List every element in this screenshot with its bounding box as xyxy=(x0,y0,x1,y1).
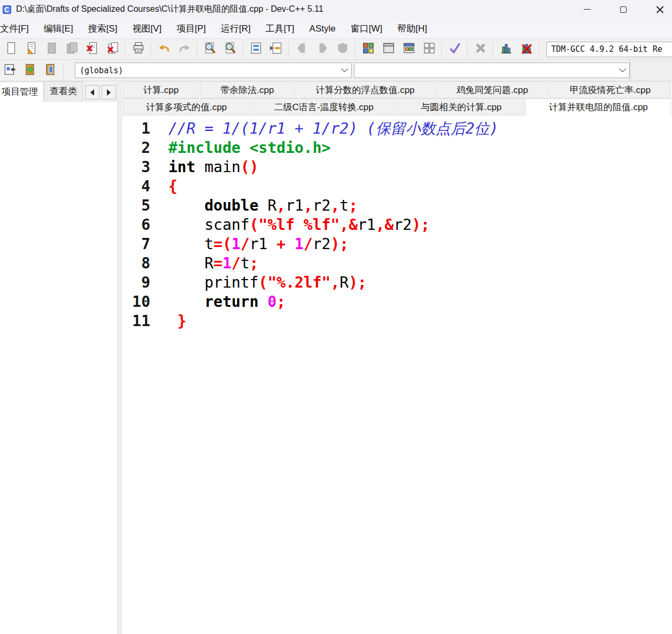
editor-tab-计算分数的浮点数值.cpp[interactable]: 计算分数的浮点数值.cpp xyxy=(295,81,435,98)
project-manager-panel[interactable] xyxy=(0,102,117,634)
abort-icon xyxy=(474,41,488,57)
add-to-project-button[interactable] xyxy=(20,62,41,79)
rebuild-button[interactable] xyxy=(419,41,439,58)
menu-item-5[interactable]: 运行[R] xyxy=(213,19,258,38)
menu-item-2[interactable]: 搜索[S] xyxy=(81,19,125,38)
find-icon xyxy=(203,41,217,57)
toolbar-separator xyxy=(289,42,290,57)
right-arrow-icon xyxy=(107,89,111,96)
compile-run-button[interactable] xyxy=(399,41,419,58)
chevron-down-icon xyxy=(341,65,348,72)
forward-icon xyxy=(315,41,329,57)
line-text: int main() xyxy=(168,158,259,177)
maximize-button[interactable] xyxy=(611,0,636,19)
editor-tab-鸡兔同笼问题.cpp[interactable]: 鸡兔同笼问题.cpp xyxy=(436,81,549,98)
new-file-button[interactable] xyxy=(1,41,21,58)
left-panel-tab-1[interactable]: 查看类 xyxy=(44,81,83,101)
line-text: //R = 1/(1/r1 + 1/r2) (保留小数点后2位) xyxy=(168,119,498,138)
title-bar: D:\桌面\Drafts of Specialized Courses\C\计算… xyxy=(0,0,672,19)
open-file-button[interactable] xyxy=(21,41,42,58)
line-number: 4 xyxy=(122,177,150,196)
code-line-7: 7 t=(1/r1 + 1/r2); xyxy=(122,235,672,254)
profile-button[interactable] xyxy=(496,41,516,58)
delete-profile-button[interactable] xyxy=(516,41,537,58)
line-text: { xyxy=(168,177,177,196)
forward-button[interactable] xyxy=(312,41,333,58)
new-source-button[interactable] xyxy=(0,62,20,79)
member-select[interactable] xyxy=(354,63,630,78)
close-all-button[interactable] xyxy=(103,41,123,58)
globals-select[interactable]: (globals) xyxy=(75,63,352,78)
menu-item-6[interactable]: 工具[T] xyxy=(258,19,302,38)
line-text: } xyxy=(168,312,187,331)
delete-profile-icon xyxy=(520,41,534,57)
add-to-project-icon xyxy=(24,63,37,79)
close-file-button[interactable] xyxy=(82,41,103,58)
toolbar-separator xyxy=(539,42,540,57)
bookmark-button[interactable] xyxy=(266,41,287,58)
stop-button[interactable] xyxy=(333,41,353,58)
toolbar-separator xyxy=(125,42,126,57)
replace-button[interactable] xyxy=(220,41,241,58)
line-text: R=1/t; xyxy=(168,254,259,273)
rebuild-icon xyxy=(422,41,436,57)
syntax-check-icon xyxy=(448,41,462,57)
menu-item-4[interactable]: 项目[P] xyxy=(169,19,213,38)
replace-icon xyxy=(223,41,237,57)
menu-item-9[interactable]: 帮助[H] xyxy=(390,19,435,38)
toolbar-separator xyxy=(355,42,356,57)
line-number: 10 xyxy=(122,292,150,312)
compiler-select[interactable]: TDM-GCC 4.9.2 64-bit Re xyxy=(546,42,672,57)
compile-button[interactable] xyxy=(358,41,379,58)
menu-item-3[interactable]: 视图[V] xyxy=(125,19,169,38)
syntax-check-button[interactable] xyxy=(445,41,465,58)
save-button[interactable] xyxy=(42,41,62,58)
editor-area: 计算.cpp带余除法.cpp计算分数的浮点数值.cpp鸡兔同笼问题.cpp甲流疫… xyxy=(122,81,672,634)
editor-tab-带余除法.cpp[interactable]: 带余除法.cpp xyxy=(200,81,294,98)
find-button[interactable] xyxy=(200,41,220,58)
toolbar-separator xyxy=(243,42,244,57)
left-panel-tab-0[interactable]: 项目管理 xyxy=(0,82,44,102)
bookmark-icon xyxy=(269,41,283,57)
menu-item-8[interactable]: 窗口[W] xyxy=(343,19,390,38)
minimize-button[interactable] xyxy=(575,0,599,19)
back-button[interactable] xyxy=(292,41,312,58)
run-button[interactable] xyxy=(379,41,399,58)
editor-tab-计算多项式的值.cpp[interactable]: 计算多项式的值.cpp xyxy=(123,98,250,115)
tab-scroll-right-button[interactable] xyxy=(102,85,116,99)
stop-icon xyxy=(336,41,350,57)
editor-tab-计算.cpp[interactable]: 计算.cpp xyxy=(123,81,199,98)
code-editor[interactable]: 1//R = 1/(1/r1 + 1/r2) (保留小数点后2位)2#inclu… xyxy=(122,115,672,634)
editor-tab-二级C语言-温度转换.cpp[interactable]: 二级C语言-温度转换.cpp xyxy=(251,98,397,115)
close-button[interactable] xyxy=(647,0,672,19)
toolbar-separator xyxy=(197,42,198,57)
new-source-icon xyxy=(3,63,17,79)
editor-tab-与圆相关的计算.cpp[interactable]: 与圆相关的计算.cpp xyxy=(398,98,525,115)
run-icon xyxy=(382,41,396,57)
print-button[interactable] xyxy=(128,41,149,58)
goto-line-button[interactable] xyxy=(246,41,266,58)
tab-scroll-left-button[interactable] xyxy=(85,85,99,99)
abort-button[interactable] xyxy=(470,41,491,58)
menu-item-0[interactable]: 文件[F] xyxy=(0,19,36,38)
close-icon xyxy=(656,6,663,13)
redo-icon xyxy=(177,41,191,57)
left-panel-tabs: 项目管理查看类 xyxy=(0,81,117,102)
back-icon xyxy=(295,41,309,57)
undo-button[interactable] xyxy=(154,41,174,58)
redo-button[interactable] xyxy=(174,41,195,58)
code-line-5: 5 double R,r1,r2,t; xyxy=(122,196,672,215)
editor-tab-甲流疫情死亡率.cpp[interactable]: 甲流疫情死亡率.cpp xyxy=(550,81,671,98)
menu-item-7[interactable]: AStyle xyxy=(302,20,343,37)
panel-splitter[interactable] xyxy=(117,81,122,634)
line-number: 7 xyxy=(122,235,150,254)
save-all-button[interactable] xyxy=(62,41,82,58)
line-number: 11 xyxy=(122,312,150,331)
code-line-6: 6 scanf("%lf %lf",&r1,&r2); xyxy=(122,215,672,235)
remove-from-project-button[interactable] xyxy=(41,62,61,79)
compiler-select-value: TDM-GCC 4.9.2 64-bit Re xyxy=(551,44,668,54)
editor-tab-计算并联电阻的阻值.cpp[interactable]: 计算并联电阻的阻值.cpp xyxy=(526,98,671,115)
code-line-4: 4{ xyxy=(122,177,672,196)
toolbar-separator xyxy=(467,42,468,57)
menu-item-1[interactable]: 编辑[E] xyxy=(36,19,81,38)
